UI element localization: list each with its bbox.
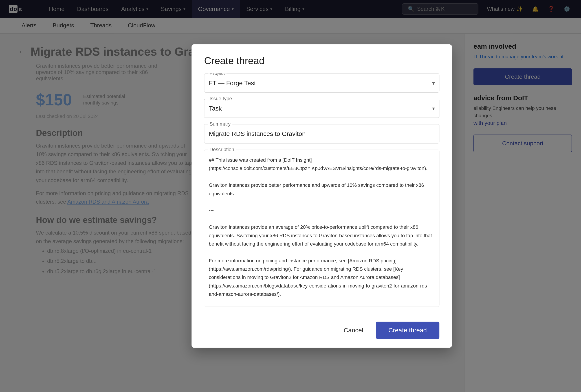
project-label: Project xyxy=(208,74,226,76)
summary-input[interactable] xyxy=(204,124,439,144)
modal-title: Create thread xyxy=(192,44,452,74)
modal-footer: Cancel Create thread xyxy=(192,315,452,348)
issue-type-select-wrapper: TaskBugStoryEpic xyxy=(204,99,439,118)
issue-type-select[interactable]: TaskBugStoryEpic xyxy=(204,99,439,118)
modal-body: Project FT — Forge TestOther Project Iss… xyxy=(192,74,452,315)
issue-type-label: Issue type xyxy=(208,96,234,102)
issue-type-field: Issue type TaskBugStoryEpic xyxy=(204,99,439,118)
project-select[interactable]: FT — Forge TestOther Project xyxy=(204,74,439,93)
create-thread-button-modal[interactable]: Create thread xyxy=(376,322,439,339)
summary-label: Summary xyxy=(208,121,232,127)
project-field: Project FT — Forge TestOther Project xyxy=(204,74,439,93)
create-thread-modal: Create thread Project FT — Forge TestOth… xyxy=(192,44,452,348)
cancel-button[interactable]: Cancel xyxy=(336,323,371,338)
description-field: Description ## This issue was created fr… xyxy=(204,150,439,308)
description-label: Description xyxy=(208,147,236,153)
summary-field: Summary xyxy=(204,124,439,144)
description-textarea[interactable]: ## This issue was created from a [DoIT I… xyxy=(204,150,439,307)
project-select-wrapper: FT — Forge TestOther Project xyxy=(204,74,439,93)
